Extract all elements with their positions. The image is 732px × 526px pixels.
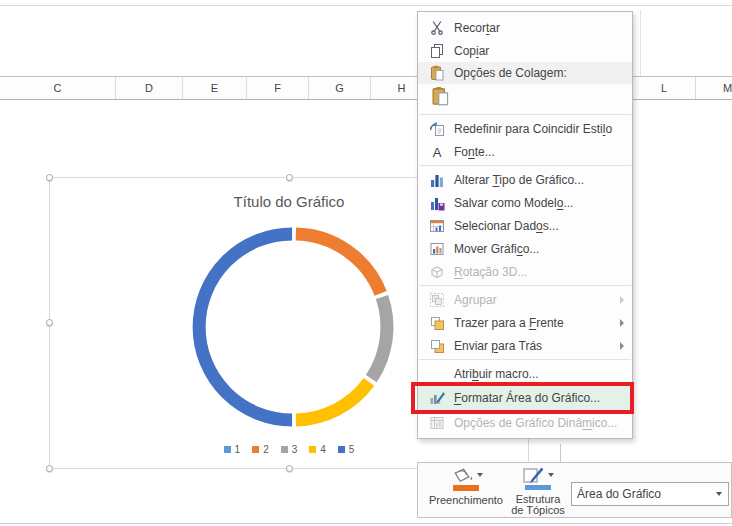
- reset-style-icon: [420, 121, 454, 137]
- legend-label: 2: [263, 444, 269, 455]
- legend-label: 4: [320, 444, 326, 455]
- dropdown-arrow-icon[interactable]: [716, 492, 722, 496]
- resize-handle-bottom-middle[interactable]: [286, 465, 293, 472]
- column-header-d[interactable]: D: [116, 77, 183, 99]
- legend-item-2[interactable]: 2: [252, 444, 269, 455]
- legend-label: 1: [235, 444, 241, 455]
- legend-marker: [338, 446, 345, 453]
- window-bottom-edge: [0, 523, 732, 524]
- menu-item-label: Atribuir macro...: [454, 367, 539, 381]
- menu-item-salvar-como-modelo[interactable]: Salvar como Modelo...: [418, 191, 632, 214]
- column-header-c[interactable]: C: [0, 77, 116, 99]
- submenu-arrow-icon: [620, 296, 624, 304]
- menu-item-trazer-para-a-frente[interactable]: Trazer para a Frente: [418, 311, 632, 334]
- submenu-arrow-icon: [620, 342, 624, 350]
- legend-marker: [224, 446, 231, 453]
- gridline-fragment: [560, 444, 561, 462]
- copy-icon: [420, 43, 454, 59]
- menu-item-formatar-area-do-grafico[interactable]: Formatar Área do Gráfico...: [418, 385, 632, 411]
- chart-element-dropdown-value: Área do Gráfico: [572, 487, 715, 501]
- column-header-f[interactable]: F: [247, 77, 309, 99]
- submenu-arrow-icon: [620, 319, 624, 327]
- menu-item-label: Copiar: [454, 44, 489, 58]
- bring-to-front-icon: [420, 315, 454, 331]
- legend-label: 5: [349, 444, 355, 455]
- menu-separator: [419, 114, 631, 115]
- mini-toolbar: Preenchimento Estrutura de Tópicos Área …: [417, 462, 732, 518]
- menu-item-opcoes-de-grafico-dinamico: Opções de Gráfico Dinâmico...: [418, 411, 632, 434]
- paste-icon: [420, 65, 454, 81]
- pane-divider: [640, 10, 641, 76]
- menu-item-redefinir-para-coincidir-estilo[interactable]: Redefinir para Coincidir Estilo: [418, 117, 632, 140]
- menu-item-label: Selecionar Dados...: [454, 219, 559, 233]
- svg-text:A: A: [433, 144, 442, 159]
- column-header-l[interactable]: L: [633, 77, 696, 99]
- legend-item-1[interactable]: 1: [224, 444, 241, 455]
- menu-item-copiar[interactable]: Copiar: [418, 39, 632, 62]
- context-menu: RecortarCopiarOpções de Colagem:Redefini…: [417, 11, 633, 439]
- menu-item-enviar-para-tras[interactable]: Enviar para Trás: [418, 334, 632, 357]
- menu-item-selecionar-dados[interactable]: Selecionar Dados...: [418, 214, 632, 237]
- legend-marker: [309, 446, 316, 453]
- resize-handle-bottom-left[interactable]: [46, 465, 53, 472]
- donut-segment-1[interactable]: [296, 234, 381, 293]
- legend-item-3[interactable]: 3: [281, 444, 298, 455]
- fill-button-label: Preenchimento: [429, 495, 503, 506]
- menu-item-label: Fonte...: [454, 145, 495, 159]
- paste-option-button[interactable]: [427, 85, 453, 111]
- resize-handle-top-left[interactable]: [46, 174, 53, 181]
- format-chart-area-icon: [420, 390, 454, 406]
- menu-item-recortar[interactable]: Recortar: [418, 16, 632, 39]
- menu-item-atribuir-macro[interactable]: Atribuir macro...: [418, 362, 632, 385]
- rotation-3d-icon: [420, 264, 454, 280]
- menu-header-opcoes-de-colagem: Opções de Colagem:: [418, 62, 632, 84]
- menu-separator: [419, 165, 631, 166]
- menu-item-label: Recortar: [454, 21, 500, 35]
- select-data-icon: [420, 218, 454, 234]
- change-chart-type-icon: [420, 172, 454, 188]
- menu-item-label: Agrupar: [454, 293, 497, 307]
- column-header-g[interactable]: G: [309, 77, 371, 99]
- outline-button-label: Estrutura de Tópicos: [511, 494, 565, 516]
- legend-item-4[interactable]: 4: [309, 444, 326, 455]
- menu-separator: [419, 285, 631, 286]
- outline-button[interactable]: Estrutura de Tópicos: [506, 466, 570, 516]
- menu-item-label: Alterar Tipo de Gráfico...: [454, 173, 584, 187]
- column-header-m[interactable]: M: [696, 77, 732, 99]
- chart-element-dropdown[interactable]: Área do Gráfico: [571, 482, 729, 506]
- menu-item-agrupar: Agrupar: [418, 288, 632, 311]
- menu-item-mover-grafico[interactable]: Mover Gráfico...: [418, 237, 632, 260]
- group-icon: [420, 292, 454, 308]
- menu-item-label: Trazer para a Frente: [454, 316, 564, 330]
- move-chart-icon: [420, 241, 454, 257]
- chart-legend[interactable]: 12345: [50, 444, 528, 455]
- fill-color-bar: [453, 485, 479, 491]
- legend-marker: [281, 446, 288, 453]
- menu-separator: [419, 359, 631, 360]
- legend-marker: [252, 446, 259, 453]
- dropdown-caret-icon[interactable]: [477, 473, 483, 477]
- font-icon: A: [420, 144, 454, 160]
- formula-bar-divider: [0, 5, 732, 6]
- paste-large-icon: [430, 86, 450, 110]
- menu-item-alterar-tipo-de-grafico[interactable]: Alterar Tipo de Gráfico...: [418, 168, 632, 191]
- dropdown-caret-icon[interactable]: [548, 473, 554, 477]
- donut-segment-2[interactable]: [371, 297, 387, 379]
- resize-handle-top-middle[interactable]: [286, 174, 293, 181]
- paste-options-row: [418, 84, 632, 112]
- legend-item-5[interactable]: 5: [338, 444, 355, 455]
- menu-item-label: Rotação 3D...: [454, 265, 527, 279]
- menu-item-rotacao-3d: Rotação 3D...: [418, 260, 632, 283]
- scissors-icon: [420, 20, 454, 36]
- menu-item-fonte[interactable]: AFonte...: [418, 140, 632, 163]
- column-header-e[interactable]: E: [183, 77, 247, 99]
- menu-item-label: Opções de Colagem:: [454, 66, 567, 80]
- save-template-icon: [420, 195, 454, 211]
- menu-item-label: Formatar Área do Gráfico...: [454, 391, 600, 405]
- resize-handle-middle-left[interactable]: [46, 319, 53, 326]
- menu-item-label: Salvar como Modelo...: [454, 196, 573, 210]
- donut-segment-3[interactable]: [296, 382, 369, 420]
- donut-segment-4[interactable]: [199, 234, 292, 420]
- fill-button[interactable]: Preenchimento: [422, 466, 510, 516]
- legend-label: 3: [292, 444, 298, 455]
